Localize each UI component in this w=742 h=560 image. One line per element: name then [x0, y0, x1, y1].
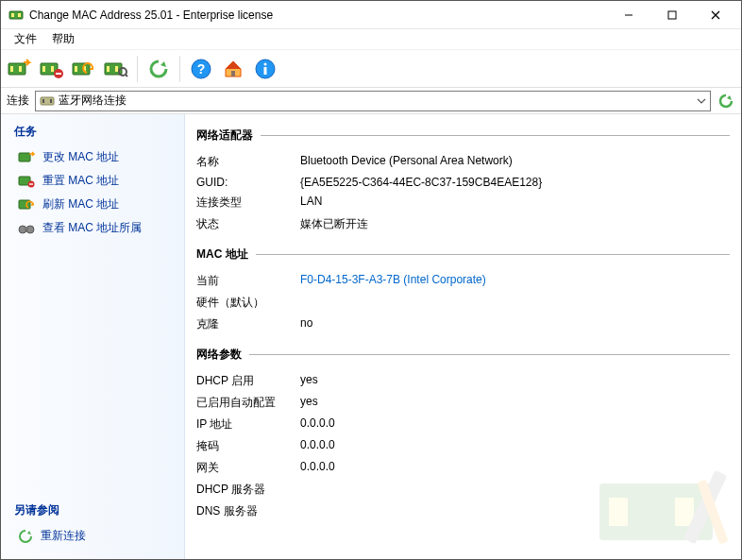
row-guid: GUID:{EA5E5225-C364-44EC-8C37-159CB4EAE1…	[196, 173, 730, 192]
label: 硬件（默认）	[196, 295, 300, 311]
label: 网关	[196, 460, 300, 476]
value: 0.0.0.0	[300, 438, 730, 454]
svg-rect-28	[264, 67, 267, 75]
value: yes	[300, 395, 730, 411]
menu-file[interactable]: 文件	[7, 29, 44, 49]
card-reset-icon	[18, 175, 35, 188]
refresh-button[interactable]	[143, 54, 174, 84]
value: 0.0.0.0	[300, 416, 730, 433]
value: LAN	[300, 195, 730, 211]
svg-rect-19	[107, 66, 110, 72]
menubar: 文件 帮助	[1, 29, 741, 50]
svg-rect-1	[11, 13, 14, 17]
change-mac-button[interactable]	[5, 54, 35, 84]
label: 连接类型	[196, 195, 300, 211]
svg-rect-16	[75, 66, 77, 72]
row-ip: IP 地址0.0.0.0	[196, 414, 730, 435]
chevron-down-icon	[697, 98, 706, 104]
close-button[interactable]	[694, 2, 737, 28]
row-clone: 克隆no	[196, 314, 730, 335]
connection-label: 连接	[7, 93, 29, 109]
row-autoconf: 已启用自动配置yes	[196, 392, 730, 414]
value: yes	[300, 373, 730, 389]
value	[300, 295, 730, 311]
label: IP 地址	[196, 416, 300, 433]
svg-rect-8	[10, 66, 13, 72]
svg-rect-20	[115, 66, 118, 72]
sidebar-item-change-mac[interactable]: 更改 MAC 地址	[1, 145, 184, 169]
row-mask: 掩码0.0.0.0	[196, 435, 730, 457]
svg-text:?: ?	[197, 61, 206, 76]
binoculars-icon	[18, 222, 35, 235]
svg-line-22	[126, 75, 127, 76]
svg-rect-35	[29, 183, 33, 184]
row-status: 状态媒体已断开连	[196, 213, 730, 235]
svg-rect-4	[668, 11, 676, 19]
sidebar-item-label: 刷新 MAC 地址	[42, 196, 119, 212]
sidebar-item-refresh-mac[interactable]: 刷新 MAC 地址	[1, 193, 184, 216]
value	[300, 503, 730, 519]
home-button[interactable]	[218, 54, 248, 84]
titlebar: Change MAC Address 25.01 - Enterprise li…	[1, 1, 741, 29]
window-title: Change MAC Address 25.01 - Enterprise li…	[29, 8, 607, 22]
svg-rect-12	[51, 66, 54, 72]
toolbar-separator	[137, 56, 138, 82]
sidebar-item-lookup-mac[interactable]: 查看 MAC 地址所属	[1, 216, 184, 240]
row-gateway: 网关0.0.0.0	[196, 457, 730, 479]
minimize-button[interactable]	[607, 2, 650, 28]
section-mac-title: MAC 地址	[196, 246, 730, 263]
label: 已启用自动配置	[196, 395, 300, 411]
label: 克隆	[196, 316, 300, 332]
refresh-connections-button[interactable]	[717, 92, 735, 110]
label: DHCP 启用	[196, 373, 300, 389]
section-net-title: 网络参数	[196, 347, 730, 363]
svg-point-27	[264, 62, 267, 65]
svg-rect-32	[19, 153, 30, 161]
svg-rect-11	[42, 66, 45, 72]
label: 掩码	[196, 438, 300, 454]
content-panel: 网络适配器 名称Bluetooth Device (Personal Area …	[185, 114, 741, 559]
value: no	[300, 316, 730, 332]
value-link[interactable]: F0-D4-15-3F-A3-7B (Intel Corporate)	[300, 273, 730, 289]
label: GUID:	[196, 176, 300, 189]
row-dns: DNS 服务器	[196, 501, 730, 522]
label: 当前	[196, 273, 300, 289]
reset-mac-button[interactable]	[37, 54, 67, 84]
row-name: 名称Bluetooth Device (Personal Area Networ…	[196, 151, 730, 173]
sidebar: 任务 更改 MAC 地址 重置 MAC 地址 刷新 MAC 地址 查看 MAC …	[1, 114, 185, 559]
connection-selected: 蓝牙网络连接	[59, 93, 126, 109]
sidebar-item-reconnect[interactable]: 重新连接	[1, 524, 184, 559]
label: 名称	[196, 154, 300, 170]
sidebar-item-label: 重新连接	[41, 528, 86, 544]
svg-rect-25	[231, 71, 235, 76]
help-button[interactable]: ?	[186, 54, 216, 84]
label: DNS 服务器	[196, 503, 300, 519]
value: 媒体已断开连	[300, 216, 730, 232]
sidebar-item-label: 查看 MAC 地址所属	[42, 220, 142, 236]
value: 0.0.0.0	[300, 460, 730, 476]
label: DHCP 服务器	[196, 482, 300, 498]
value	[300, 482, 730, 498]
maximize-button[interactable]	[650, 2, 694, 28]
row-dhcp: DHCP 启用yes	[196, 370, 730, 392]
about-button[interactable]	[250, 54, 280, 84]
value: {EA5E5225-C364-44EC-8C37-159CB4EAE128}	[300, 176, 730, 189]
svg-rect-9	[19, 66, 22, 72]
refresh-icon	[18, 529, 33, 544]
value: Bluetooth Device (Personal Area Network)	[300, 154, 730, 170]
svg-rect-2	[18, 13, 21, 17]
svg-rect-30	[42, 99, 44, 103]
row-hw-mac: 硬件（默认）	[196, 292, 730, 314]
refresh-mac-button[interactable]	[69, 54, 99, 84]
sidebar-seealso-title: 另请参阅	[1, 493, 184, 524]
connection-select[interactable]: 蓝牙网络连接	[35, 91, 711, 111]
card-arrow-icon	[18, 151, 35, 164]
toolbar-separator	[179, 56, 180, 82]
lookup-mac-button[interactable]	[101, 54, 131, 84]
label: 状态	[196, 216, 300, 232]
sidebar-item-reset-mac[interactable]: 重置 MAC 地址	[1, 169, 184, 193]
sidebar-item-label: 重置 MAC 地址	[42, 173, 119, 189]
menu-help[interactable]: 帮助	[44, 29, 82, 49]
svg-rect-14	[56, 73, 61, 75]
row-dhcp-server: DHCP 服务器	[196, 479, 730, 501]
